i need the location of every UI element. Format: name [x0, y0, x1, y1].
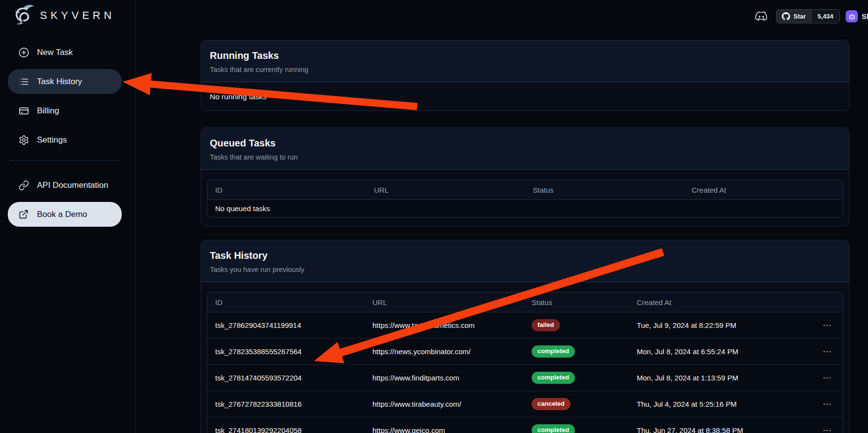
running-tasks-empty: No running tasks [201, 82, 849, 111]
task-row[interactable]: tsk_276727822333810816 https://www.tirab… [207, 391, 843, 417]
gear-icon [18, 135, 29, 145]
skyvern-dragon-logo [11, 3, 36, 28]
queued-tasks-empty: No queued tasks [207, 200, 843, 217]
card-subtitle: Tasks that are currently running [210, 66, 840, 74]
skyvern-app: SKYVERN New Task Task History Billing [0, 0, 868, 433]
external-link-icon [18, 209, 29, 220]
task-created-cell: Thu, Jun 27, 2024 at 8:38:58 PM [629, 426, 806, 433]
queued-tasks-header: Queued Tasks Tasks that are waiting to r… [201, 128, 849, 170]
status-badge: completed [532, 345, 575, 357]
column-header-url: URL [365, 298, 524, 307]
queued-tasks-table: ID URL Status Created At No queued tasks [207, 180, 843, 217]
card-title: Queued Tasks [210, 137, 840, 149]
running-tasks-header: Running Tasks Tasks that are currently r… [201, 40, 849, 82]
book-a-demo-button[interactable]: Book a Demo [8, 202, 122, 227]
task-created-cell: Mon, Jul 8, 2024 at 6:55:24 PM [629, 347, 806, 356]
sidebar-item-label: Book a Demo [37, 210, 87, 219]
sidebar-item-settings[interactable]: Settings [8, 127, 122, 152]
plus-circle-icon [18, 47, 29, 58]
bot-avatar-icon [848, 13, 856, 20]
task-history-header: Task History Tasks you have run previous… [201, 240, 849, 282]
task-id-cell: tsk_278235388555267564 [207, 347, 365, 356]
task-history-table: ID URL Status Created At tsk_27862904374… [207, 292, 843, 433]
ellipsis-icon[interactable]: ⋯ [823, 400, 832, 408]
column-header-created-at: Created At [684, 186, 843, 194]
user-avatar[interactable] [846, 10, 858, 22]
task-row[interactable]: tsk_278235388555267564 https://news.ycom… [207, 339, 843, 365]
card-subtitle: Tasks you have run previously [210, 266, 840, 274]
discord-icon[interactable] [754, 10, 769, 23]
ellipsis-icon[interactable]: ⋯ [823, 374, 832, 382]
queued-tasks-card: Queued Tasks Tasks that are waiting to r… [201, 127, 850, 226]
card-title: Running Tasks [210, 50, 840, 62]
column-header-status: Status [525, 186, 684, 194]
sidebar-item-api-documentation[interactable]: API Documentation [8, 173, 122, 198]
task-row[interactable]: tsk_278147405593572204 https://www.findi… [207, 365, 843, 391]
task-created-cell: Mon, Jul 8, 2024 at 1:13:59 PM [629, 374, 806, 382]
status-badge: completed [532, 424, 575, 433]
github-star-button[interactable]: Star [776, 10, 811, 23]
logo[interactable]: SKYVERN [11, 2, 115, 29]
task-row[interactable]: tsk_274180139292204058 https://www.geico… [207, 417, 843, 433]
task-url-cell: https://news.ycombinator.com/ [365, 347, 524, 356]
github-icon [782, 12, 790, 20]
task-actions-cell: ⋯ [806, 426, 843, 433]
sidebar-item-label: New Task [37, 48, 73, 57]
link-icon [18, 180, 29, 191]
list-icon [18, 76, 29, 87]
task-id-cell: tsk_274180139292204058 [207, 426, 365, 433]
ellipsis-icon[interactable]: ⋯ [823, 347, 832, 356]
status-badge: failed [532, 319, 560, 331]
sidebar-item-task-history[interactable]: Task History [8, 69, 122, 94]
ellipsis-icon[interactable]: ⋯ [823, 426, 832, 433]
card-title: Task History [210, 250, 840, 262]
credit-card-icon [18, 106, 29, 116]
sidebar-item-label: Task History [37, 77, 82, 87]
column-header-url: URL [366, 186, 525, 194]
task-created-cell: Thu, Jul 4, 2024 at 5:25:16 PM [629, 400, 806, 408]
task-status-cell: completed [524, 372, 629, 383]
task-id-cell: tsk_278629043741199914 [207, 321, 365, 329]
task-id-cell: tsk_278147405593572204 [207, 374, 365, 382]
task-actions-cell: ⋯ [806, 321, 843, 329]
task-actions-cell: ⋯ [806, 400, 843, 408]
github-star-count[interactable]: 5,434 [811, 10, 839, 23]
status-badge: completed [532, 372, 575, 383]
table-header-row: ID URL Status Created At [207, 180, 843, 200]
sidebar-item-label: Billing [37, 106, 59, 116]
column-header-id: ID [207, 298, 365, 307]
task-created-cell: Tue, Jul 9, 2024 at 8:22:59 PM [629, 321, 806, 329]
task-status-cell: completed [524, 345, 629, 357]
sidebar-divider [10, 161, 120, 161]
column-header-id: ID [207, 186, 366, 194]
sidebar-item-billing[interactable]: Billing [8, 98, 122, 123]
sidebar-item-label: API Documentation [37, 180, 108, 190]
task-id-cell: tsk_276727822333810816 [207, 400, 365, 408]
card-subtitle: Tasks that are waiting to run [210, 153, 840, 162]
task-url-cell: https://www.finditparts.com [365, 374, 524, 382]
task-url-cell: https://www.tartecosmetics.com [365, 321, 524, 329]
task-status-cell: completed [524, 424, 629, 433]
task-status-cell: failed [524, 319, 629, 331]
task-url-cell: https://www.tirabeauty.com/ [365, 400, 524, 408]
task-actions-cell: ⋯ [806, 347, 843, 356]
ellipsis-icon[interactable]: ⋯ [823, 321, 832, 329]
github-star-widget[interactable]: Star 5,434 [776, 9, 840, 23]
table-header-row: ID URL Status Created At [207, 292, 843, 312]
task-row[interactable]: tsk_278629043741199914 https://www.tarte… [207, 312, 843, 339]
sidebar-item-new-task[interactable]: New Task [8, 40, 122, 65]
sidebar: SKYVERN New Task Task History Billing [0, 0, 136, 433]
task-status-cell: canceled [524, 398, 629, 410]
task-url-cell: https://www.geico.com [365, 426, 524, 433]
user-name: Sk [862, 12, 868, 20]
column-header-status: Status [524, 298, 629, 307]
running-tasks-card: Running Tasks Tasks that are currently r… [201, 40, 850, 111]
column-header-created-at: Created At [629, 298, 806, 307]
sidebar-item-label: Settings [37, 135, 67, 145]
status-badge: canceled [532, 398, 571, 410]
task-actions-cell: ⋯ [806, 374, 843, 382]
github-star-label: Star [794, 13, 806, 20]
brand-name: SKYVERN [40, 9, 115, 22]
task-history-card: Task History Tasks you have run previous… [201, 240, 850, 433]
sidebar-nav: New Task Task History Billing Settings [8, 40, 122, 227]
